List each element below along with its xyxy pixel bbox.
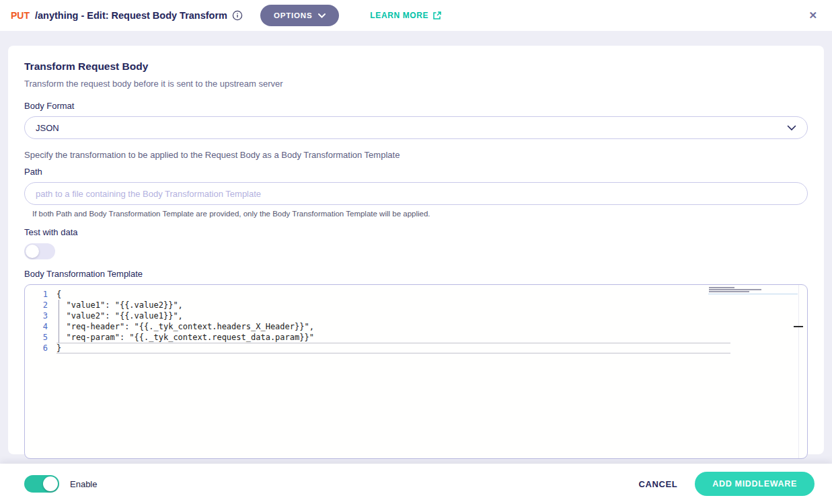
line-number: 6 <box>25 343 48 353</box>
content-area: Transform Request Body Transform the req… <box>0 31 832 464</box>
test-with-data-toggle[interactable] <box>24 243 55 259</box>
code-editor[interactable]: 1 { 2 "value1": "{{.value2}}", 3 "value2… <box>24 284 808 459</box>
middleware-panel: Transform Request Body Transform the req… <box>8 46 824 454</box>
chevron-down-icon <box>787 125 796 131</box>
code-line[interactable]: 1 { <box>25 289 807 300</box>
code-line[interactable]: 4 "req-header": "{{._tyk_context.headers… <box>25 321 807 332</box>
page-title: /anything - Edit: Request Body Transform <box>35 10 227 21</box>
learn-more-label: LEARN MORE <box>370 11 428 20</box>
editor-scrollbar-marker[interactable] <box>794 326 803 327</box>
add-middleware-button[interactable]: ADD MIDDLEWARE <box>695 472 815 496</box>
options-button-label: OPTIONS <box>274 11 312 19</box>
minimap-line <box>709 291 749 292</box>
line-content: "value2": "{{.value1}}", <box>48 310 183 321</box>
path-label: Path <box>24 167 808 177</box>
active-line-border-bottom <box>56 353 730 353</box>
chevron-down-icon <box>318 13 326 18</box>
code-line[interactable]: 5 "req-param": "{{._tyk_context.request_… <box>25 332 807 343</box>
enable-label: Enable <box>70 479 97 489</box>
line-number: 4 <box>25 321 48 332</box>
path-input[interactable] <box>36 189 796 199</box>
minimap-line <box>709 287 734 288</box>
path-help-text: If both Path and Body Transformation Tem… <box>32 210 808 218</box>
line-content: "value1": "{{.value2}}", <box>48 300 183 310</box>
toggle-knob <box>43 476 58 491</box>
path-field-wrapper <box>24 182 808 205</box>
close-icon[interactable]: ✕ <box>804 7 821 24</box>
toggle-knob <box>26 245 39 258</box>
line-number: 2 <box>25 300 48 310</box>
panel-subtitle: Transform the request body before it is … <box>24 79 808 89</box>
panel-title: Transform Request Body <box>24 60 808 73</box>
cancel-button[interactable]: CANCEL <box>632 474 684 495</box>
body-format-select[interactable]: JSON <box>24 116 808 139</box>
line-content: { <box>48 289 61 300</box>
editor-scrollbar[interactable] <box>798 285 799 458</box>
line-content: } <box>48 343 61 353</box>
learn-more-link[interactable]: LEARN MORE <box>370 11 442 20</box>
line-content: "req-header": "{{._tyk_context.headers_X… <box>48 321 314 332</box>
line-number: 5 <box>25 332 48 343</box>
test-with-data-label: Test with data <box>24 227 808 237</box>
code-line[interactable]: 3 "value2": "{{.value1}}", <box>25 310 807 321</box>
body-format-value: JSON <box>36 123 59 133</box>
options-button[interactable]: OPTIONS <box>260 5 339 26</box>
body-format-label: Body Format <box>24 101 808 111</box>
info-icon[interactable] <box>232 10 243 21</box>
line-content: "req-param": "{{._tyk_context.request_da… <box>48 332 314 343</box>
header-bar: PUT /anything - Edit: Request Body Trans… <box>0 0 832 31</box>
active-line-border-top <box>56 343 730 343</box>
indent-guide <box>59 300 59 343</box>
code-line[interactable]: 6 } <box>25 343 807 353</box>
code-line[interactable]: 2 "value1": "{{.value2}}", <box>25 300 807 310</box>
enable-toggle[interactable] <box>24 475 59 493</box>
line-number: 3 <box>25 310 48 321</box>
line-number: 1 <box>25 289 48 300</box>
minimap-line <box>709 289 761 290</box>
minimap-viewport-edge <box>708 294 798 294</box>
template-hint-text: Specify the transformation to be applied… <box>24 150 808 160</box>
template-editor-label: Body Transformation Template <box>24 269 808 279</box>
http-method-badge: PUT <box>11 10 30 21</box>
editor-minimap[interactable] <box>709 287 776 293</box>
footer-bar: Enable CANCEL ADD MIDDLEWARE <box>0 464 832 504</box>
external-link-icon <box>432 11 442 20</box>
